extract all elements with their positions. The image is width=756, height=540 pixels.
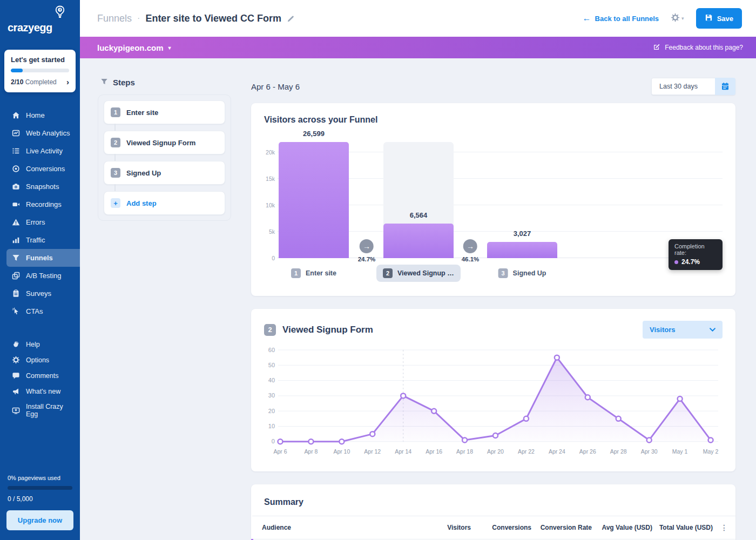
metric-select-dropdown[interactable]: Visitors <box>643 321 723 339</box>
sidebar-item-funnels[interactable]: Funnels <box>6 249 80 267</box>
sidebar: crazyegg Let's get started 2/10 Complete… <box>0 0 80 540</box>
svg-text:30: 30 <box>268 392 275 399</box>
sidebar-item-traffic[interactable]: Traffic <box>0 231 80 249</box>
usage-meter: 0% pageviews used 0 / 5,000 <box>8 464 72 503</box>
sidebar-item-install-crazy-egg[interactable]: Install Crazy Egg <box>0 399 80 422</box>
funnel-step-tab-viewed-signup-form[interactable]: 2Viewed Signup Form <box>376 265 461 282</box>
svg-text:40: 40 <box>268 377 275 383</box>
funnel-step-tab-signed-up[interactable]: 3Signed Up <box>492 265 553 282</box>
filter-funnel-icon <box>100 78 108 87</box>
step-number-badge: 2 <box>383 268 393 278</box>
funnel-bar-viewed-signup-form[interactable] <box>383 224 454 258</box>
svg-text:Apr 20: Apr 20 <box>487 449 504 455</box>
data-point[interactable] <box>278 439 282 444</box>
sidebar-item-home[interactable]: Home <box>0 106 80 124</box>
data-point[interactable] <box>678 396 683 401</box>
steps-panel-title: Steps <box>113 78 135 87</box>
sidebar-item-web-analytics[interactable]: Web Analytics <box>0 124 80 142</box>
feedback-link[interactable]: Feedback about this page? <box>653 43 743 52</box>
sidebar-item-ctas[interactable]: CTAs <box>0 302 80 320</box>
data-point[interactable] <box>616 416 621 421</box>
gear-icon <box>671 13 680 24</box>
upgrade-button[interactable]: Upgrade now <box>6 510 73 530</box>
svg-text:20: 20 <box>268 408 275 414</box>
web-analytics-icon <box>12 129 20 137</box>
table-options-kebab-icon[interactable]: ⋮ <box>713 516 735 539</box>
surveys-icon <box>12 289 20 298</box>
funnel-bar-signed-up[interactable] <box>487 242 557 258</box>
live-activity-icon <box>12 147 20 155</box>
data-point[interactable] <box>339 439 344 444</box>
sidebar-item-recordings[interactable]: Recordings <box>0 195 80 213</box>
save-icon <box>705 14 713 23</box>
step-card-enter-site[interactable]: 1Enter site <box>104 100 225 124</box>
data-point[interactable] <box>308 439 313 444</box>
funnel-step-tab-enter-site[interactable]: 1Enter site <box>285 265 343 282</box>
calendar-icon[interactable] <box>715 78 735 95</box>
sidebar-item-snapshots[interactable]: Snapshots <box>0 178 80 195</box>
data-point[interactable] <box>647 437 652 442</box>
sidebar-item-surveys[interactable]: Surveys <box>0 285 80 302</box>
usage-progressbar <box>8 486 72 490</box>
funnel-step-label: Enter site <box>306 269 336 277</box>
data-point[interactable] <box>708 437 713 442</box>
top-header: Funnels · Enter site to Viewed CC Form ←… <box>80 0 756 37</box>
column-header-conversions: Conversions <box>471 516 531 539</box>
data-point[interactable] <box>370 431 375 436</box>
sidebar-item-help[interactable]: Help <box>0 336 80 352</box>
funnel-bar-value: 6,564 <box>383 211 454 219</box>
column-header-avg-value-usd: Avg Value (USD) <box>592 516 652 539</box>
sidebar-item-a-b-testing[interactable]: A/B Testing <box>0 267 80 285</box>
ab-testing-icon <box>12 272 20 280</box>
date-range-select[interactable]: Last 30 days <box>651 78 735 95</box>
crazyegg-logo[interactable]: crazyegg <box>0 0 80 42</box>
y-axis-tick: 15k <box>264 176 275 182</box>
caret-down-icon: ▾ <box>168 45 171 51</box>
sidebar-item-what-s-new[interactable]: What's new <box>0 383 80 399</box>
funnel-bar-enter-site[interactable] <box>279 142 349 258</box>
svg-text:Apr 14: Apr 14 <box>395 449 411 455</box>
install-icon <box>12 407 20 415</box>
data-point[interactable] <box>585 395 590 400</box>
data-point[interactable] <box>493 433 498 438</box>
column-header-conversion-rate: Conversion Rate <box>531 516 592 539</box>
charts-column: Apr 6 - May 6 Last 30 days Visitors acro… <box>251 78 735 540</box>
back-to-funnels-link[interactable]: ← Back to all Funnels <box>583 14 659 23</box>
sidebar-item-label: CTAs <box>26 307 43 315</box>
funnels-icon <box>12 254 20 262</box>
settings-menu[interactable]: ▾ <box>671 13 684 24</box>
y-axis-tick: 0 <box>264 255 275 261</box>
breadcrumb[interactable]: Funnels <box>97 13 132 24</box>
sidebar-item-label: Snapshots <box>26 183 59 191</box>
sidebar-item-label: Comments <box>26 372 58 380</box>
traffic-icon <box>12 236 20 244</box>
data-point[interactable] <box>524 416 529 421</box>
date-range-label: Apr 6 - May 6 <box>251 82 300 91</box>
chevron-right-icon[interactable]: › <box>66 77 69 86</box>
add-step-button[interactable]: +Add step <box>104 191 225 215</box>
sidebar-item-label: Traffic <box>26 236 45 244</box>
data-point[interactable] <box>401 393 406 398</box>
usage-count: 0 / 5,000 <box>8 495 72 503</box>
date-select-value[interactable]: Last 30 days <box>651 78 715 95</box>
data-point[interactable] <box>462 437 467 442</box>
data-point[interactable] <box>555 355 559 360</box>
sidebar-item-label: Help <box>26 341 40 348</box>
whats-new-icon <box>12 387 20 395</box>
sidebar-item-conversions[interactable]: Conversions <box>0 160 80 178</box>
data-point[interactable] <box>431 409 436 414</box>
step-number-badge: 2 <box>264 324 276 336</box>
sidebar-item-options[interactable]: Options <box>0 352 80 368</box>
sidebar-item-live-activity[interactable]: Live Activity <box>0 142 80 160</box>
save-button[interactable]: Save <box>696 8 742 29</box>
site-domain-dropdown[interactable]: luckypigeon.com ▾ <box>97 43 171 52</box>
y-axis-tick: 10k <box>264 202 275 208</box>
step-card-signed-up[interactable]: 3Signed Up <box>104 161 225 185</box>
svg-text:Apr 24: Apr 24 <box>549 449 565 455</box>
edit-title-pencil-icon[interactable] <box>287 15 295 23</box>
step-card-viewed-signup-form[interactable]: 2Viewed Signup Form <box>104 131 225 154</box>
sidebar-item-errors[interactable]: Errors <box>0 213 80 231</box>
getting-started-card[interactable]: Let's get started 2/10 Completed › <box>4 50 76 92</box>
sidebar-item-comments[interactable]: Comments <box>0 368 80 383</box>
svg-text:Apr 8: Apr 8 <box>304 449 318 455</box>
